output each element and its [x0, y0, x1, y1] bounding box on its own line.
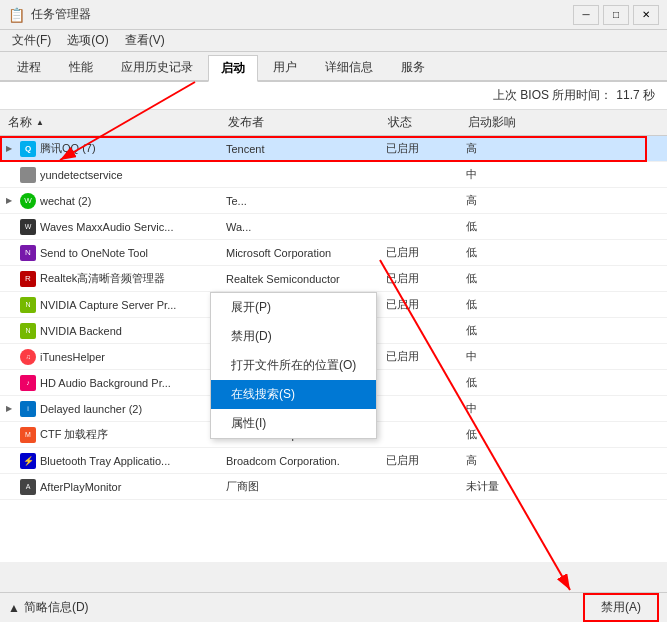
cell-publisher: Realtek Semiconductor: [220, 273, 380, 285]
bios-value: 11.7 秒: [616, 87, 655, 104]
table-row[interactable]: ▶ R Realtek高清晰音频管理器 Realtek Semiconducto…: [0, 266, 667, 292]
tabbar: 进程 性能 应用历史记录 启动 用户 详细信息 服务: [0, 52, 667, 82]
tab-app-history[interactable]: 应用历史记录: [108, 54, 206, 80]
app-icon-nvidia1: N: [20, 297, 36, 313]
cell-impact: 高: [460, 141, 540, 156]
tab-performance[interactable]: 性能: [56, 54, 106, 80]
cell-status: 已启用: [380, 245, 460, 260]
header-status[interactable]: 状态: [380, 114, 460, 131]
cell-name: ▶ R Realtek高清晰音频管理器: [0, 271, 220, 287]
header-name[interactable]: 名称 ▲: [0, 114, 220, 131]
tab-process[interactable]: 进程: [4, 54, 54, 80]
cell-status: 已启用: [380, 271, 460, 286]
titlebar-controls[interactable]: ─ □ ✕: [573, 5, 659, 25]
cell-name: ▶ M CTF 加载程序: [0, 427, 220, 443]
status-icon: ▲: [8, 601, 20, 615]
app-icon-qq: Q: [20, 141, 36, 157]
app-icon-onenote: N: [20, 245, 36, 261]
main-content: 名称 ▲ 发布者 状态 启动影响 ▶ Q 腾讯QQ (7) Tencent 已启…: [0, 110, 667, 562]
app-icon-nvidia2: N: [20, 323, 36, 339]
cell-impact: 低: [460, 323, 540, 338]
app-icon-waves: W: [20, 219, 36, 235]
cell-publisher: Tencent: [220, 143, 380, 155]
header-impact[interactable]: 启动影响: [460, 114, 540, 131]
tab-details[interactable]: 详细信息: [312, 54, 386, 80]
app-icon-itunes: ♫: [20, 349, 36, 365]
cell-impact: 高: [460, 453, 540, 468]
menu-view[interactable]: 查看(V): [117, 30, 173, 51]
table-row[interactable]: ▶ Q 腾讯QQ (7) Tencent 已启用 高: [0, 136, 667, 162]
app-icon-intel: i: [20, 401, 36, 417]
window-title: 任务管理器: [31, 6, 91, 23]
cell-impact: 低: [460, 297, 540, 312]
header-publisher[interactable]: 发布者: [220, 114, 380, 131]
cell-status: 已启用: [380, 453, 460, 468]
titlebar: 📋 任务管理器 ─ □ ✕: [0, 0, 667, 30]
context-menu-item-props[interactable]: 属性(I): [211, 409, 376, 438]
app-icon-ctf: M: [20, 427, 36, 443]
expand-icon: ▶: [6, 196, 16, 205]
cell-name: ▶ W Waves MaxxAudio Servic...: [0, 219, 220, 235]
app-icon-realtek: R: [20, 271, 36, 287]
tab-startup[interactable]: 启动: [208, 55, 258, 82]
cell-name: ▶ N NVIDIA Backend: [0, 323, 220, 339]
titlebar-left: 📋 任务管理器: [8, 6, 91, 23]
cell-impact: 低: [460, 245, 540, 260]
app-icon-hdaudio: ♪: [20, 375, 36, 391]
cell-name: ▶ N Send to OneNote Tool: [0, 245, 220, 261]
table-header: 名称 ▲ 发布者 状态 启动影响: [0, 110, 667, 136]
statusbar: ▲ 简略信息(D) 禁用(A): [0, 592, 667, 622]
cell-impact: 低: [460, 271, 540, 286]
table-row[interactable]: ▶ N Send to OneNote Tool Microsoft Corpo…: [0, 240, 667, 266]
cell-name: ▶ W wechat (2): [0, 193, 220, 209]
cell-impact: 中: [460, 167, 540, 182]
tab-services[interactable]: 服务: [388, 54, 438, 80]
cell-status: 已启用: [380, 297, 460, 312]
bios-label: 上次 BIOS 所用时间：: [493, 87, 612, 104]
maximize-button[interactable]: □: [603, 5, 629, 25]
app-icon-wechat: W: [20, 193, 36, 209]
app-icon-bt: ⚡: [20, 453, 36, 469]
cell-impact: 中: [460, 401, 540, 416]
disable-button[interactable]: 禁用(A): [583, 593, 659, 622]
table-row[interactable]: ▶ W wechat (2) Te... 高: [0, 188, 667, 214]
context-menu-item-open[interactable]: 打开文件所在的位置(O): [211, 351, 376, 380]
table-row[interactable]: ▶ ⚡ Bluetooth Tray Applicatio... Broadco…: [0, 448, 667, 474]
context-menu-item-search[interactable]: 在线搜索(S): [211, 380, 376, 409]
table-row[interactable]: ▶ yundetectservice 中: [0, 162, 667, 188]
close-button[interactable]: ✕: [633, 5, 659, 25]
table-row[interactable]: ▶ A AfterPlayMonitor 厂商图 未计量: [0, 474, 667, 500]
tab-users[interactable]: 用户: [260, 54, 310, 80]
cell-name: ▶ yundetectservice: [0, 167, 220, 183]
cell-impact: 低: [460, 375, 540, 390]
minimize-button[interactable]: ─: [573, 5, 599, 25]
cell-impact: 未计量: [460, 479, 540, 494]
expand-icon: ▶: [6, 404, 16, 413]
menu-file[interactable]: 文件(F): [4, 30, 59, 51]
sort-icon: ▲: [36, 118, 44, 127]
cell-status: 已启用: [380, 349, 460, 364]
cell-name: ▶ ♫ iTunesHelper: [0, 349, 220, 365]
context-menu-item-disable[interactable]: 禁用(D): [211, 322, 376, 351]
cell-name: ▶ i Delayed launcher (2): [0, 401, 220, 417]
title-icon: 📋: [8, 7, 25, 23]
status-info[interactable]: ▲ 简略信息(D): [8, 599, 89, 616]
menubar: 文件(F) 选项(O) 查看(V): [0, 30, 667, 52]
cell-publisher: Microsoft Corporation: [220, 247, 380, 259]
expand-icon: ▶: [6, 144, 16, 153]
cell-name: ▶ ♪ HD Audio Background Pr...: [0, 375, 220, 391]
cell-impact: 低: [460, 427, 540, 442]
cell-impact: 高: [460, 193, 540, 208]
table-row[interactable]: ▶ W Waves MaxxAudio Servic... Wa... 低: [0, 214, 667, 240]
app-icon-yun: [20, 167, 36, 183]
cell-name: ▶ A AfterPlayMonitor: [0, 479, 220, 495]
status-label: 简略信息(D): [24, 599, 89, 616]
cell-publisher: Wa...: [220, 221, 380, 233]
cell-impact: 中: [460, 349, 540, 364]
context-menu-item-expand[interactable]: 展开(P): [211, 293, 376, 322]
menu-options[interactable]: 选项(O): [59, 30, 116, 51]
cell-publisher: Te...: [220, 195, 380, 207]
cell-name: ▶ ⚡ Bluetooth Tray Applicatio...: [0, 453, 220, 469]
cell-name: ▶ N NVIDIA Capture Server Pr...: [0, 297, 220, 313]
bios-bar: 上次 BIOS 所用时间： 11.7 秒: [0, 82, 667, 110]
